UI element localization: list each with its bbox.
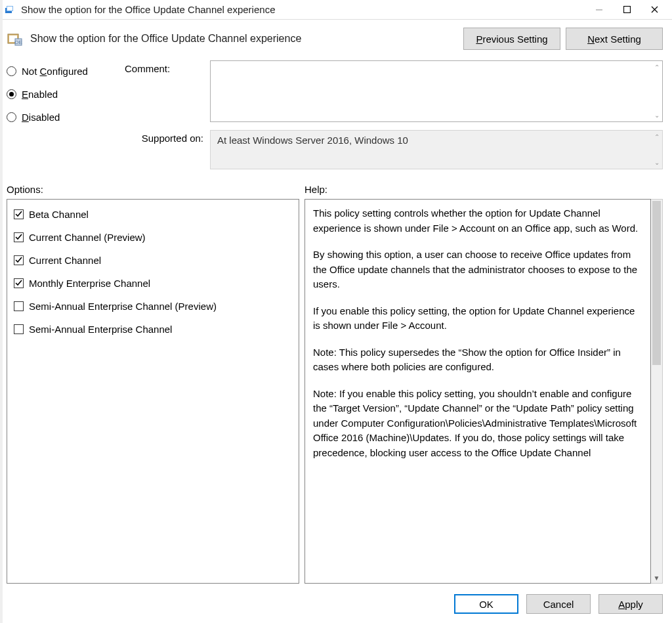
- close-button[interactable]: [640, 1, 668, 19]
- svg-text:OE: OE: [14, 39, 22, 45]
- header-area: OE Show the option for the Office Update…: [0, 20, 672, 55]
- scroll-arrows-icon: ⌃⌄: [654, 64, 660, 119]
- window-controls: [585, 1, 668, 19]
- radio-disabled[interactable]: Disabled: [7, 112, 125, 123]
- checkbox-indicator: [14, 209, 24, 219]
- supported-row: Supported on: At least Windows Server 20…: [125, 130, 663, 169]
- checkbox-indicator: [14, 255, 24, 265]
- supported-label: Supported on:: [125, 130, 203, 144]
- left-edge-decor: [0, 0, 3, 623]
- next-text: ext Setting: [595, 33, 641, 45]
- option-label: Semi-Annual Enterprise Channel (Preview): [29, 301, 217, 312]
- checkbox-indicator: [14, 232, 24, 242]
- option-checkbox[interactable]: Semi-Annual Enterprise Channel (Preview): [14, 301, 292, 312]
- content-panes: Beta ChannelCurrent Channel (Preview)Cur…: [0, 199, 672, 589]
- window-title: Show the option for the Office Update Ch…: [21, 4, 585, 15]
- help-paragraph: By showing this option, a user can choos…: [313, 247, 642, 292]
- help-paragraph: Note: This policy supersedes the “Show t…: [313, 345, 642, 375]
- policy-icon: OE: [7, 30, 24, 47]
- titlebar: Show the option for the Office Update Ch…: [0, 0, 672, 20]
- prev-text: revious Setting: [482, 33, 547, 45]
- pane-labels: Options: Help:: [0, 169, 672, 199]
- help-pane[interactable]: This policy setting controls whether the…: [304, 199, 651, 584]
- maximize-button[interactable]: [613, 1, 640, 19]
- option-label: Monthly Enterprise Channel: [29, 278, 150, 289]
- next-accel: N: [587, 33, 595, 45]
- option-checkbox[interactable]: Semi-Annual Enterprise Channel: [14, 324, 292, 335]
- apply-accel: A: [618, 599, 625, 610]
- radio-label: Enabled: [22, 89, 58, 100]
- next-setting-button[interactable]: Next Setting: [566, 28, 663, 50]
- radio-indicator: [7, 66, 16, 76]
- prev-accel: P: [476, 33, 482, 45]
- help-paragraph: This policy setting controls whether the…: [313, 206, 642, 236]
- option-label: Current Channel (Preview): [29, 232, 146, 243]
- help-heading: Help:: [304, 184, 663, 195]
- radio-not-configured[interactable]: Not Configured: [7, 66, 125, 77]
- radio-label: Not Configured: [22, 66, 88, 77]
- supported-text: At least Windows Server 2016, Windows 10: [217, 135, 408, 146]
- checkbox-indicator: [14, 278, 24, 288]
- ok-label: OK: [479, 599, 494, 610]
- state-radios: Not Configured Enabled Disabled: [7, 60, 125, 169]
- ok-button[interactable]: OK: [454, 594, 518, 614]
- app-icon: [4, 4, 16, 16]
- svg-rect-2: [7, 7, 12, 11]
- checkbox-indicator: [14, 324, 24, 334]
- scroll-thumb[interactable]: [652, 201, 661, 365]
- cancel-button[interactable]: Cancel: [526, 594, 591, 614]
- options-heading: Options:: [7, 184, 304, 195]
- minimize-button[interactable]: [585, 1, 613, 19]
- help-scrollbar[interactable]: ▲ ▼: [651, 199, 663, 584]
- checkbox-indicator: [14, 301, 24, 311]
- comment-row: Comment: ⌃⌄: [125, 60, 663, 122]
- meta-fields: Comment: ⌃⌄ Supported on: At least Windo…: [125, 60, 663, 169]
- previous-setting-button[interactable]: Previous Setting: [463, 28, 560, 50]
- comment-input[interactable]: ⌃⌄: [210, 60, 663, 122]
- policy-title: Show the option for the Office Update Ch…: [30, 33, 463, 45]
- supported-on-box: At least Windows Server 2016, Windows 10…: [210, 130, 663, 169]
- option-label: Current Channel: [29, 255, 101, 266]
- help-paragraph: If you enable this policy setting, the o…: [313, 304, 642, 333]
- cancel-label: Cancel: [543, 599, 574, 610]
- svg-rect-4: [623, 7, 630, 13]
- svg-rect-3: [596, 9, 602, 10]
- radio-indicator: [7, 89, 16, 99]
- radio-label: Disabled: [22, 112, 60, 123]
- option-checkbox[interactable]: Monthly Enterprise Channel: [14, 278, 292, 289]
- apply-text: pply: [625, 599, 643, 610]
- options-pane: Beta ChannelCurrent Channel (Preview)Cur…: [7, 199, 299, 584]
- option-label: Semi-Annual Enterprise Channel: [29, 324, 172, 335]
- option-checkbox[interactable]: Beta Channel: [14, 209, 292, 220]
- apply-button[interactable]: Apply: [598, 594, 663, 614]
- help-pane-wrap: This policy setting controls whether the…: [304, 199, 663, 584]
- scroll-down-icon: ▼: [651, 572, 662, 583]
- radio-indicator: [7, 112, 16, 122]
- dialog-footer: OK Cancel Apply: [0, 589, 672, 623]
- help-paragraph: Note: If you enable this policy setting,…: [313, 387, 642, 461]
- option-label: Beta Channel: [29, 209, 89, 220]
- comment-label: Comment:: [125, 60, 203, 74]
- state-section: Not Configured Enabled Disabled Comment:…: [0, 55, 672, 169]
- nav-buttons: Previous Setting Next Setting: [463, 28, 663, 50]
- option-checkbox[interactable]: Current Channel: [14, 255, 292, 266]
- scroll-arrows-icon: ⌃⌄: [654, 133, 660, 166]
- option-checkbox[interactable]: Current Channel (Preview): [14, 232, 292, 243]
- radio-enabled[interactable]: Enabled: [7, 89, 125, 100]
- gpo-setting-dialog: Show the option for the Office Update Ch…: [0, 0, 672, 623]
